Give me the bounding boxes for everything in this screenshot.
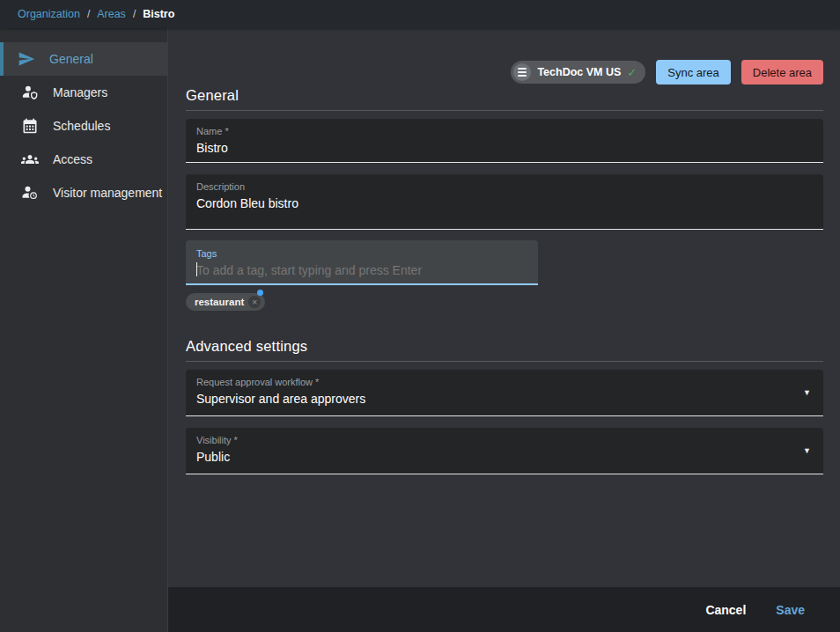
visibility-selected-value: Public (196, 449, 813, 465)
visibility-select[interactable]: Visibility * Public ▼ (186, 428, 823, 474)
server-lines-icon (513, 63, 531, 81)
sidebar-item-label: Access (53, 152, 92, 166)
sidebar-item-general[interactable]: General (0, 42, 167, 76)
breadcrumb-separator: / (87, 8, 90, 20)
calendar-icon (20, 117, 40, 135)
tag-list: restaurant × (186, 293, 823, 311)
main-panel: TechDoc VM US ✓ Sync area Delete area Ge… (168, 28, 840, 632)
chevron-down-icon: ▼ (803, 388, 811, 397)
area-settings-content: TechDoc VM US ✓ Sync area Delete area Ge… (168, 28, 840, 587)
sidebar-item-access[interactable]: Access (0, 143, 167, 176)
notification-dot (257, 290, 263, 296)
toolbar: TechDoc VM US ✓ Sync area Delete area (186, 60, 823, 85)
request-approval-workflow-select[interactable]: Request approval workflow * Supervisor a… (186, 370, 823, 416)
sidebar-item-label: Managers (53, 85, 107, 99)
visitor-clock-icon (20, 184, 40, 202)
description-field-label: Description (196, 181, 813, 193)
tag-chip-label: restaurant (195, 297, 244, 307)
advanced-section-title: Advanced settings (186, 338, 823, 355)
sidebar: General Managers (0, 28, 168, 632)
section-divider (186, 361, 823, 362)
people-group-icon (20, 151, 40, 168)
sidebar-item-schedules[interactable]: Schedules (0, 109, 167, 143)
check-icon: ✓ (627, 66, 637, 79)
name-field-label: Name * (196, 126, 813, 137)
description-input[interactable] (196, 195, 813, 211)
sidebar-item-visitor-management[interactable]: Visitor management (0, 176, 167, 209)
breadcrumb-current-bistro: Bistro (143, 8, 174, 20)
delete-area-button[interactable]: Delete area (741, 60, 823, 85)
breadcrumb-areas[interactable]: Areas (97, 8, 126, 20)
chevron-down-icon: ▼ (803, 446, 811, 455)
footer-action-bar: Cancel Save (168, 587, 840, 632)
sync-area-button[interactable]: Sync area (656, 60, 731, 85)
sidebar-item-label: Schedules (53, 119, 110, 133)
cancel-button[interactable]: Cancel (698, 598, 753, 622)
text-cursor (196, 262, 197, 276)
description-field[interactable]: Description (186, 174, 823, 230)
general-section-title: General (186, 87, 823, 104)
tags-field[interactable]: Tags (186, 240, 538, 285)
name-input[interactable] (196, 140, 813, 156)
name-field[interactable]: Name * (186, 119, 823, 163)
save-button[interactable]: Save (769, 598, 812, 622)
breadcrumb-organization[interactable]: Organization (18, 8, 80, 20)
breadcrumb-separator: / (133, 8, 136, 20)
tags-field-label: Tags (196, 248, 527, 260)
vm-selector-chip[interactable]: TechDoc VM US ✓ (511, 61, 645, 84)
workflow-selected-value: Supervisor and area approvers (196, 391, 813, 407)
sidebar-item-managers[interactable]: Managers (0, 76, 167, 109)
vm-chip-label: TechDoc VM US (537, 66, 621, 78)
sidebar-item-label: General (49, 52, 93, 66)
workflow-field-label: Request approval workflow * (196, 377, 813, 388)
sidebar-item-label: Visitor management (53, 186, 162, 200)
x-circle-icon[interactable]: × (248, 296, 261, 308)
send-icon (17, 50, 36, 68)
tags-input[interactable] (196, 262, 527, 278)
visibility-field-label: Visibility * (196, 435, 813, 446)
section-divider (186, 110, 823, 111)
app-window: Organization / Areas / Bistro General (0, 0, 840, 632)
tag-chip-restaurant[interactable]: restaurant × (186, 293, 265, 311)
manager-shield-icon (20, 84, 40, 101)
breadcrumb: Organization / Areas / Bistro (0, 0, 840, 28)
